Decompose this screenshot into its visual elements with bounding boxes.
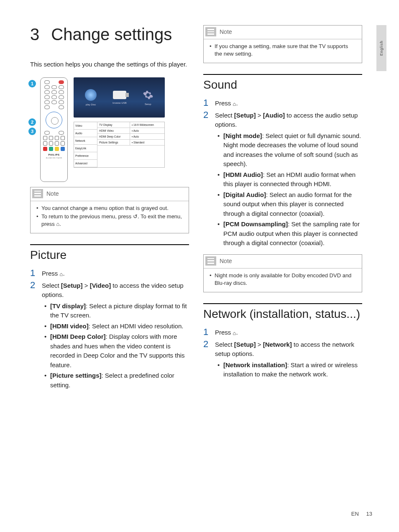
chapter-heading: 3 Change settings	[30, 25, 189, 44]
right-column: Note If you change a setting, make sure …	[203, 25, 362, 392]
picture-option: [HDMI Deep Color]: Display colors with m…	[42, 332, 189, 370]
network-step-1: Press ⌂.	[215, 327, 362, 338]
picture-heading: Picture	[30, 248, 189, 262]
sound-heading: Sound	[203, 78, 362, 92]
sound-step-1: Press ⌂.	[215, 97, 362, 108]
language-tab: English	[376, 25, 386, 71]
network-option: [Network installation]: Start a wired or…	[215, 361, 362, 379]
note-box-general: Note You cannot change a menu option tha…	[30, 187, 189, 234]
note-icon	[205, 256, 216, 266]
picture-option: [Picture settings]: Select a predefined …	[42, 371, 189, 390]
language-tab-text: English	[379, 41, 384, 56]
note-label: Note	[220, 258, 232, 264]
note-label: Note	[220, 28, 232, 35]
sound-option: [PCM Downsampling]: Set the sampling rat…	[215, 220, 362, 248]
left-column: 3 Change settings This section helps you…	[30, 25, 189, 392]
sound-option: [HDMI Audio]: Set an HDMI audio format w…	[215, 170, 362, 189]
callout-3: 3	[28, 128, 36, 135]
picture-option: [HDMI video]: Select an HDMI video resol…	[42, 322, 189, 331]
network-step-2: Select [Setup] > [Network] to access the…	[215, 339, 362, 381]
page-footer: EN 13	[351, 511, 372, 517]
home-screen-illustration: play Disc browse USB Setup	[74, 77, 165, 118]
note-item: To return to the previous menu, press ↺.…	[36, 213, 184, 228]
sound-option: [Night mode]: Select quiet or full dynam…	[215, 131, 362, 169]
chapter-title: Change settings	[51, 25, 172, 44]
remote-subtext: BLU-RAY DISC PLAYER	[46, 157, 62, 159]
note-box-tv: Note If you change a setting, make sure …	[203, 25, 362, 63]
intro-text: This section helps you change the settin…	[30, 60, 189, 69]
remote-illustration: PHILIPS BLU-RAY DISC PLAYER	[40, 77, 68, 182]
picture-step-1: Press ⌂.	[42, 268, 189, 279]
picture-option: [TV display]: Select a picture display f…	[42, 302, 189, 320]
network-heading: Network (installation, status...)	[203, 307, 362, 321]
note-label: Note	[46, 190, 59, 197]
sound-step-2: Select [Setup] > [Audio] to access the a…	[215, 110, 362, 249]
sound-option: [Digital Audio]: Select an audio format …	[215, 190, 362, 219]
picture-step-2: Select [Setup] > [Video] to access the v…	[42, 280, 189, 391]
callout-2: 2	[28, 118, 36, 126]
callout-1: 1	[28, 80, 36, 87]
note-item: Night mode is only available for Dolby e…	[209, 272, 357, 287]
footer-page: 13	[366, 511, 372, 517]
note-item: If you change a setting, make sure that …	[209, 43, 357, 58]
settings-diagram: 1 2 3 PHILIPS	[30, 77, 189, 182]
note-icon	[205, 27, 216, 36]
footer-lang: EN	[351, 511, 359, 517]
remote-logo: PHILIPS	[49, 153, 60, 156]
note-box-sound: Note Night mode is only available for Do…	[203, 254, 362, 292]
setup-screen-illustration: Video Audio Network EasyLink Preference …	[74, 122, 165, 168]
note-item: You cannot change a menu option that is …	[36, 205, 184, 212]
note-icon	[32, 189, 43, 198]
chapter-number: 3	[30, 25, 39, 44]
